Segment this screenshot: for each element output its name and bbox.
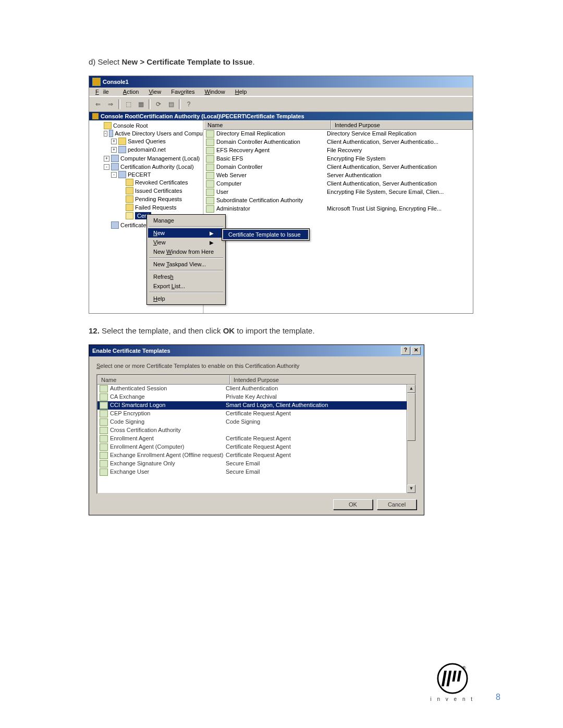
ctx-taskpad[interactable]: New Taskpad View... [148, 260, 224, 269]
tree-pecert[interactable]: PECERT [128, 171, 151, 178]
scroll-up-button[interactable]: ▲ [407, 385, 415, 393]
dialog-template-name: Exchange Signature Only [110, 460, 226, 467]
expander-icon[interactable]: + [111, 139, 117, 144]
hp-logo-block: ® i n v e n t [430, 663, 474, 702]
template-row[interactable]: Subordinate Certification Authority [204, 196, 473, 205]
ctx-export[interactable]: Export List... [148, 281, 224, 291]
expander-icon[interactable]: - [104, 164, 109, 170]
page-number: 8 [496, 693, 500, 702]
dialog-titlebar: Enable Certificate Templates ? ✕ [89, 345, 424, 356]
dialog-template-row[interactable]: Enrollment AgentCertificate Request Agen… [97, 435, 415, 443]
dialog-template-row[interactable]: CA ExchangePrivate Key Archival [97, 393, 415, 401]
cert-template-icon [100, 418, 108, 426]
ctx-manage[interactable]: Manage [148, 216, 224, 225]
menu-view[interactable]: View [144, 88, 165, 96]
template-row[interactable]: EFS Recovery AgentFile Recovery [204, 146, 473, 155]
tree-saved[interactable]: Saved Queries [128, 138, 166, 144]
dialog-template-row[interactable]: CEP EncryptionCertificate Request Agent [97, 410, 415, 418]
menu-action[interactable]: Action [119, 88, 143, 96]
ctx-refresh[interactable]: Refresh [148, 272, 224, 281]
template-row[interactable]: Domain ControllerClient Authentication, … [204, 163, 473, 171]
toolbar-sep [118, 99, 120, 109]
expander-icon[interactable]: + [104, 156, 109, 162]
console-toolbar: ⇐ ⇒ ⬚ ▦ ⟳ ▤ ? [89, 96, 473, 112]
menu-favorites[interactable]: Favorites [167, 88, 199, 96]
btn-back[interactable]: ⇐ [92, 98, 104, 110]
template-row[interactable]: AdministratorMicrosoft Trust List Signin… [204, 205, 473, 213]
menu-help[interactable]: Help [231, 88, 251, 96]
scroll-down-button[interactable]: ▼ [407, 485, 415, 493]
col-header-purpose[interactable]: Intended Purpose [331, 120, 473, 129]
tree-pending[interactable]: Pending Requests [135, 196, 182, 202]
template-row[interactable]: Domain Controller AuthenticationClient A… [204, 138, 473, 146]
dialog-template-name: Exchange Enrollment Agent (Offline reque… [110, 452, 226, 459]
cert-template-icon [100, 443, 108, 451]
col-header-name[interactable]: Name [204, 120, 331, 129]
btn-props[interactable]: ▦ [135, 98, 146, 110]
btn-help[interactable]: ? [183, 98, 194, 110]
listbox-scrollbar[interactable]: ▲ ▼ [407, 385, 415, 493]
templates-listbox[interactable]: Name Intended Purpose Authenticated Sess… [96, 374, 417, 494]
tree-adu[interactable]: Active Directory Users and Compu [115, 130, 203, 137]
dialog-template-name: Authenticated Session [110, 385, 226, 392]
tree-domain[interactable]: pedomain0.net [128, 146, 166, 153]
ctx-help[interactable]: Help [148, 294, 224, 303]
ctx-new[interactable]: New▶ [148, 228, 224, 238]
tree-failed[interactable]: Failed Requests [135, 204, 177, 211]
dialog-template-row[interactable]: Cross Certification Authority [97, 426, 415, 435]
menu-file[interactable]: File [91, 88, 117, 96]
dialog-template-purpose: Private Key Archival [226, 393, 415, 401]
tree-cm[interactable]: Computer Management (Local) [120, 155, 200, 162]
btn-export[interactable]: ▤ [165, 98, 177, 110]
server-icon [118, 171, 126, 178]
tree-ca[interactable]: Certification Authority (Local) [120, 164, 194, 170]
tree-root[interactable]: Console Root [113, 122, 148, 129]
context-menu[interactable]: Manage New▶ View▶ New Window from Here N… [146, 214, 226, 305]
template-list[interactable]: Name Intended Purpose Directory Email Re… [204, 120, 473, 313]
cancel-button[interactable]: Cancel [377, 499, 417, 510]
instr-12-b: to import the template. [235, 326, 314, 335]
ctx-sub-certtoissue[interactable]: Certificate Template to Issue [223, 230, 308, 239]
btn-up[interactable]: ⬚ [123, 98, 134, 110]
cert-template-icon [100, 435, 108, 442]
dialog-template-row[interactable]: Exchange Enrollment Agent (Offline reque… [97, 451, 415, 460]
expander-icon[interactable]: - [111, 172, 117, 178]
menu-window[interactable]: Window [201, 88, 229, 96]
dialog-close-button[interactable]: ✕ [411, 347, 421, 355]
dialog-help-button[interactable]: ? [401, 347, 410, 355]
cert-template-icon [206, 164, 214, 171]
expander-icon[interactable]: - [104, 131, 107, 137]
tree-issued[interactable]: Issued Certificates [135, 188, 182, 194]
btn-refresh[interactable]: ⟳ [153, 98, 164, 110]
tree-revoked[interactable]: Revoked Certificates [135, 179, 188, 186]
ctx-new-window[interactable]: New Window from Here [148, 247, 224, 256]
lb-col-purpose[interactable]: Intended Purpose [230, 375, 415, 384]
template-purpose: Client Authentication, Server Authentica… [327, 139, 473, 146]
dialog-template-row[interactable]: Code SigningCode Signing [97, 418, 415, 426]
dialog-template-row[interactable]: Authenticated SessionClient Authenticati… [97, 385, 415, 393]
ok-button[interactable]: OK [333, 499, 373, 510]
dialog-template-row[interactable]: Enrollment Agent (Computer)Certificate R… [97, 443, 415, 451]
console-titlebar: Console1 [89, 76, 473, 88]
scroll-thumb[interactable] [407, 393, 415, 441]
template-row[interactable]: UserEncrypting File System, Secure Email… [204, 188, 473, 196]
template-row[interactable]: Web ServerServer Authentication [204, 171, 473, 180]
dialog-template-row[interactable]: CCI Smartcard LogonSmart Card Logon, Cli… [97, 401, 415, 410]
dialog-template-row[interactable]: Exchange Signature OnlySecure Email [97, 460, 415, 468]
console-window: Console1 File Action View Favorites Wind… [89, 76, 473, 314]
expander-icon[interactable]: + [111, 147, 117, 153]
dialog-template-row[interactable]: Exchange UserSecure Email [97, 468, 415, 476]
console-menubar[interactable]: File Action View Favorites Window Help [89, 88, 473, 96]
folder-icon [118, 138, 126, 145]
btn-forward[interactable]: ⇒ [105, 98, 116, 110]
template-row[interactable]: Basic EFSEncrypting File System [204, 155, 473, 163]
template-row[interactable]: ComputerClient Authentication, Server Au… [204, 180, 473, 188]
domain-icon [118, 146, 126, 153]
folder-icon [126, 179, 133, 186]
cert-template-icon [100, 427, 108, 434]
ctx-view[interactable]: View▶ [148, 238, 224, 247]
template-row[interactable]: Directory Email ReplicationDirectory Ser… [204, 130, 473, 138]
context-submenu[interactable]: Certificate Template to Issue [222, 228, 310, 241]
template-name: Computer [216, 180, 327, 188]
lb-col-name[interactable]: Name [97, 375, 230, 384]
